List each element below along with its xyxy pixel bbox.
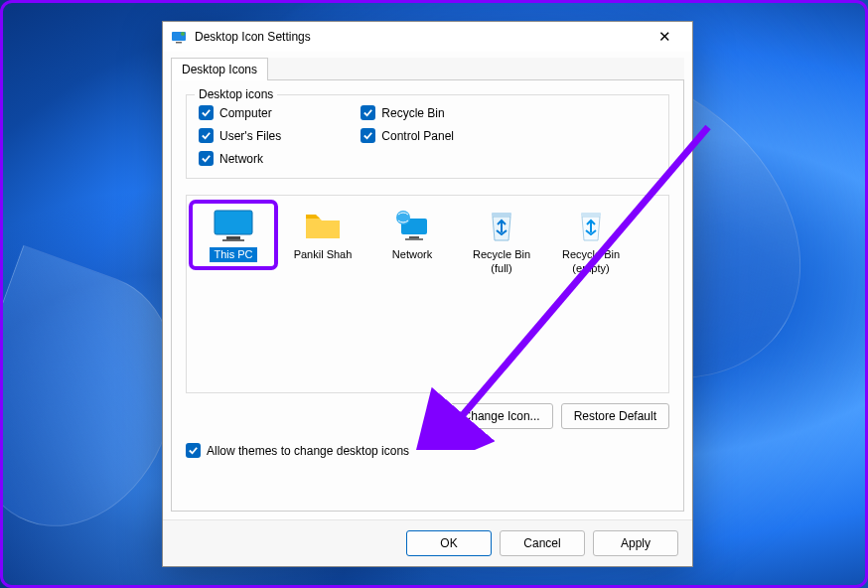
close-button[interactable]: ✕ bbox=[645, 28, 684, 46]
network-icon bbox=[390, 208, 434, 243]
group-title: Desktop icons bbox=[195, 87, 277, 101]
svg-rect-11 bbox=[492, 213, 511, 217]
checkbox-control-panel[interactable]: Control Panel bbox=[361, 128, 454, 143]
checkbox-computer[interactable]: Computer bbox=[199, 105, 281, 120]
tab-strip: Desktop Icons bbox=[171, 58, 684, 80]
icon-item-user-folder[interactable]: Pankil Shah bbox=[282, 204, 363, 265]
svg-rect-3 bbox=[215, 211, 252, 234]
checkbox-network[interactable]: Network bbox=[199, 151, 281, 166]
icon-item-recycle-empty[interactable]: Recycle Bin (empty) bbox=[550, 204, 632, 279]
icon-label: Recycle Bin (empty) bbox=[562, 248, 620, 274]
checkmark-icon bbox=[186, 443, 201, 458]
icon-item-this-pc[interactable]: This PC bbox=[193, 204, 274, 266]
checkbox-recycle-bin[interactable]: Recycle Bin bbox=[361, 105, 454, 120]
desktop-icons-group: Desktop icons Computer User's Files Netw… bbox=[186, 94, 669, 179]
icon-label: Recycle Bin (full) bbox=[473, 248, 530, 274]
icon-label: Pankil Shah bbox=[294, 248, 353, 260]
restore-default-button[interactable]: Restore Default bbox=[561, 403, 669, 429]
svg-point-2 bbox=[181, 32, 185, 36]
ok-button[interactable]: OK bbox=[406, 530, 492, 556]
icon-item-recycle-full[interactable]: Recycle Bin (full) bbox=[461, 204, 542, 279]
svg-rect-9 bbox=[409, 236, 419, 238]
svg-rect-10 bbox=[405, 238, 423, 240]
desktop-icon-settings-dialog: Desktop Icon Settings ✕ Desktop Icons De… bbox=[162, 21, 693, 567]
checkmark-icon bbox=[199, 105, 214, 120]
checkbox-users-files[interactable]: User's Files bbox=[199, 128, 281, 143]
recycle-bin-full-icon bbox=[480, 208, 523, 243]
svg-rect-12 bbox=[581, 213, 601, 217]
icon-label: This PC bbox=[210, 247, 256, 262]
folder-icon bbox=[301, 208, 345, 243]
svg-rect-1 bbox=[176, 42, 182, 44]
titlebar: Desktop Icon Settings ✕ bbox=[163, 22, 692, 52]
icon-item-network[interactable]: Network bbox=[371, 204, 453, 265]
icon-label: Network bbox=[392, 248, 432, 260]
recycle-bin-empty-icon bbox=[569, 208, 613, 243]
tab-body: Desktop icons Computer User's Files Netw… bbox=[171, 80, 684, 512]
checkbox-allow-themes[interactable]: Allow themes to change desktop icons bbox=[186, 443, 669, 458]
svg-rect-6 bbox=[222, 239, 244, 241]
tab-desktop-icons[interactable]: Desktop Icons bbox=[171, 58, 268, 80]
change-icon-button[interactable]: Change Icon... bbox=[450, 403, 553, 429]
checkmark-icon bbox=[199, 151, 214, 166]
checkmark-icon bbox=[361, 105, 375, 120]
dialog-button-row: OK Cancel Apply bbox=[163, 519, 692, 566]
dialog-icon bbox=[171, 29, 187, 45]
icon-preview-list: This PC Pankil Shah Network Recycle Bin … bbox=[186, 195, 669, 393]
checkmark-icon bbox=[361, 128, 375, 143]
checkmark-icon bbox=[199, 128, 214, 143]
dialog-title: Desktop Icon Settings bbox=[195, 30, 645, 44]
apply-button[interactable]: Apply bbox=[593, 530, 678, 556]
cancel-button[interactable]: Cancel bbox=[500, 530, 585, 556]
monitor-icon bbox=[212, 208, 255, 243]
svg-rect-5 bbox=[226, 236, 240, 239]
